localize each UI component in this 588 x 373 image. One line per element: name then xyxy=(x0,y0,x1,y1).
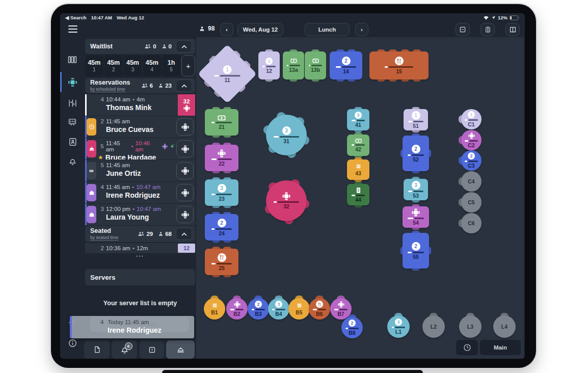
reservation-row[interactable]: 4 11:45 am•10:47 amIrene Rodriguez xyxy=(85,182,195,203)
table-14[interactable]: 214 xyxy=(330,51,362,79)
seat-party-button[interactable] xyxy=(176,140,194,157)
table-B5[interactable]: B5 xyxy=(288,298,310,319)
floor-room-button[interactable]: Main xyxy=(480,340,521,355)
reservation-row[interactable]: 3 12:00 pm•10:47 amLaura Young xyxy=(85,204,195,225)
info-icon[interactable] xyxy=(66,337,78,349)
assigned-table-badge[interactable]: 32 xyxy=(178,94,195,116)
table-C1[interactable]: 1C1 xyxy=(461,109,482,129)
waitlist-title: Waitlist xyxy=(90,43,113,50)
table-label: 24 xyxy=(219,231,225,236)
table-41[interactable]: 341 xyxy=(347,109,369,130)
table-42[interactable]: 42 xyxy=(347,135,369,156)
wait-quote-1[interactable]: 45m1 xyxy=(85,55,103,76)
reservation-row[interactable]: ∞ 5 11:45 amJune Ortiz xyxy=(85,160,195,181)
waitlist-header[interactable]: Waitlist 0 0 xyxy=(85,39,195,54)
reservations-collapse-button[interactable] xyxy=(176,79,192,92)
menu-book-icon[interactable] xyxy=(505,23,520,36)
contacts-icon[interactable] xyxy=(66,136,78,148)
seated-header[interactable]: Seated by seated time 29 68 xyxy=(85,226,195,242)
table-B1[interactable]: B1 xyxy=(204,298,225,319)
table-L1[interactable]: 3L1 xyxy=(387,315,410,338)
table-31[interactable]: 331 xyxy=(266,115,307,155)
table-32[interactable]: 32 xyxy=(266,180,307,221)
table-label: B3 xyxy=(255,311,261,317)
table-L2[interactable]: L2 xyxy=(422,315,445,338)
table-25[interactable]: 25 xyxy=(205,249,238,275)
table-13a[interactable]: 13a xyxy=(283,51,304,79)
stats-icon[interactable] xyxy=(66,54,78,66)
bell-icon[interactable] xyxy=(66,155,78,167)
reservations-sort[interactable]: by scheduled time xyxy=(90,87,125,92)
seated-collapse-button[interactable] xyxy=(176,228,192,240)
date-button[interactable]: Wed, Aug 12 xyxy=(237,23,283,36)
table-label: 22 xyxy=(219,161,225,167)
reservation-row[interactable]: 4 10:44 am•4mThomas Mink32 xyxy=(85,94,195,116)
table-55[interactable]: 255 xyxy=(403,233,429,269)
seated-row[interactable]: 2 10:36 am • 12m 12 xyxy=(85,243,195,253)
table-layout-icon[interactable] xyxy=(456,23,470,36)
reservation-time: 11:45 am xyxy=(106,140,129,152)
table-12[interactable]: 112 xyxy=(258,51,280,79)
table-C2[interactable]: C2 xyxy=(461,130,482,150)
table-52[interactable]: 252 xyxy=(403,136,429,171)
table-43[interactable]: 43 xyxy=(347,159,369,180)
next-shift-button[interactable]: › xyxy=(355,23,368,36)
table-21[interactable]: 21 xyxy=(205,109,238,136)
timeline-icon[interactable] xyxy=(66,97,78,109)
table-51[interactable]: 151 xyxy=(404,109,428,130)
table-L3[interactable]: L3 xyxy=(459,315,482,338)
table-B3[interactable]: 2B3 xyxy=(248,298,269,319)
toast-accent-bar xyxy=(70,316,72,338)
checklist-icon[interactable] xyxy=(480,23,495,36)
reservation-row[interactable]: 2 11:45 amBruce Cuevas xyxy=(85,116,195,138)
floor-clock-button[interactable] xyxy=(456,340,478,355)
table-44[interactable]: 44 xyxy=(347,184,369,205)
reservation-toast[interactable]: 4Today 11:45 am Irene Rodriguez xyxy=(70,316,194,338)
table-C4[interactable]: C4 xyxy=(461,171,482,192)
table-C3[interactable]: 2C3 xyxy=(461,150,482,171)
wait-quote-2[interactable]: 45m2 xyxy=(104,55,123,76)
board-icon[interactable] xyxy=(66,116,78,128)
servers-header[interactable]: Servers xyxy=(85,269,195,285)
service-bell-icon[interactable] xyxy=(166,340,195,359)
table-C6[interactable]: C6 xyxy=(461,213,482,233)
table-13b[interactable]: 13b xyxy=(305,51,326,79)
table-54[interactable]: 54 xyxy=(403,206,429,228)
table-B2[interactable]: B2 xyxy=(226,298,248,319)
document-icon[interactable] xyxy=(84,340,110,359)
wait-quote-4[interactable]: 45m4 xyxy=(143,55,161,76)
wait-quote-3[interactable]: 45m3 xyxy=(124,55,142,76)
table-24[interactable]: 224 xyxy=(205,214,238,241)
seat-party-button[interactable] xyxy=(176,162,194,179)
wait-quote-5[interactable]: 1h5 xyxy=(162,55,180,76)
table-15[interactable]: 15 xyxy=(369,51,429,79)
alerts-icon[interactable] xyxy=(140,340,164,359)
seated-sort[interactable]: by seated time xyxy=(90,235,118,241)
table-B8[interactable]: 2B8 xyxy=(341,317,363,338)
prev-shift-button[interactable]: ‹ xyxy=(220,23,233,36)
table-B7[interactable]: B7 xyxy=(330,298,352,319)
reservations-header[interactable]: Reservations by scheduled time 6 23 xyxy=(85,78,195,93)
reservation-row[interactable]: 5 11:45 am•10:46 am★Bruce Hardage xyxy=(85,138,195,159)
reservation-list: 4 10:44 am•4mThomas Mink32 2 11:45 amBru… xyxy=(85,94,195,226)
back-to-search-link[interactable]: ◀ Search xyxy=(65,15,87,20)
menu-icon[interactable] xyxy=(68,25,77,33)
table-53[interactable]: 353 xyxy=(404,179,428,200)
table-B4[interactable]: 3B4 xyxy=(268,298,289,319)
guest-name: June Ortiz xyxy=(106,169,141,177)
waitlist-collapse-button[interactable] xyxy=(176,40,192,52)
shift-button[interactable]: Lunch xyxy=(305,23,350,36)
table-11[interactable]: 111 xyxy=(198,44,257,103)
seat-party-button[interactable] xyxy=(176,118,194,136)
table-23[interactable]: 323 xyxy=(205,179,238,206)
sign-out-icon[interactable] xyxy=(66,357,78,359)
table-C5[interactable]: C5 xyxy=(461,192,482,212)
table-22[interactable]: 22 xyxy=(205,145,238,171)
floor-plan-icon[interactable] xyxy=(66,76,78,88)
seat-party-button[interactable] xyxy=(176,206,194,223)
seat-party-button[interactable] xyxy=(176,184,194,201)
table-B6[interactable]: B6 xyxy=(309,298,330,319)
add-waitlist-button[interactable]: + xyxy=(181,55,195,76)
notifications-icon[interactable]: 6 xyxy=(112,340,137,359)
table-L4[interactable]: L4 xyxy=(493,315,516,338)
